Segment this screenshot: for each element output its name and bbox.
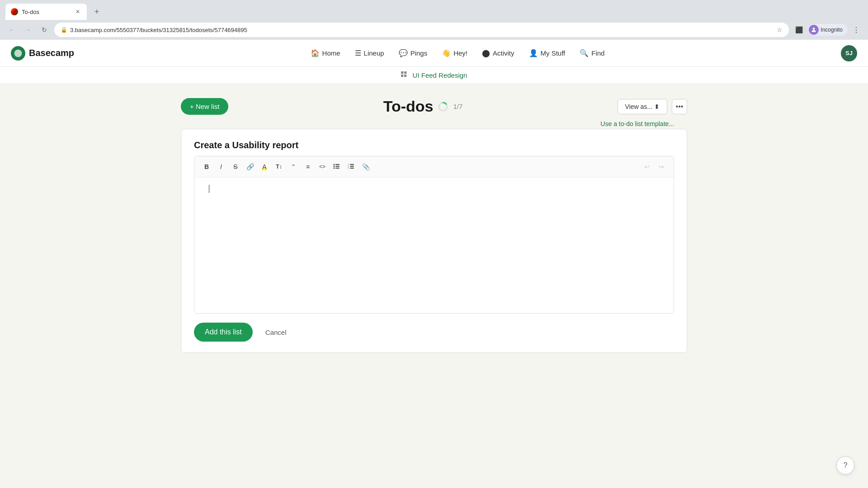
redo-button[interactable]: ↪ bbox=[655, 160, 668, 174]
highlight-icon: A bbox=[262, 163, 266, 170]
content-wrapper: + New list To-dos 1/7 View as... ⬍ bbox=[163, 84, 705, 366]
nav-activity[interactable]: ⬤ Activity bbox=[476, 45, 521, 61]
nav-pings[interactable]: 💬 Pings bbox=[392, 45, 434, 61]
user-avatar[interactable]: SJ bbox=[841, 45, 857, 61]
browser-chrome: To-dos ✕ + ← → ↻ 🔒 3.basecamp.com/555037… bbox=[0, 0, 868, 40]
undo-button[interactable]: ↩ bbox=[640, 160, 654, 174]
bold-button[interactable]: B bbox=[200, 160, 213, 174]
svg-point-10 bbox=[334, 165, 335, 167]
svg-rect-13 bbox=[335, 168, 340, 169]
numbered-list-icon: 1. 2. 3. bbox=[348, 163, 355, 171]
numbered-list-button[interactable]: 1. 2. 3. bbox=[344, 160, 358, 174]
undo-icon: ↩ bbox=[644, 163, 650, 170]
align-button[interactable]: ≡ bbox=[301, 160, 315, 174]
editor-body[interactable] bbox=[194, 178, 674, 313]
logo-text: Basecamp bbox=[29, 48, 74, 58]
nav-links: 🏠 Home ☰ Lineup 💬 Pings 👋 Hey! ⬤ Activit… bbox=[304, 45, 611, 61]
nav-lineup-label: Lineup bbox=[364, 49, 384, 57]
text-cursor bbox=[209, 185, 209, 193]
bullet-list-icon bbox=[333, 163, 340, 171]
project-name-link[interactable]: UI Feed Redesign bbox=[413, 71, 467, 79]
code-icon: <> bbox=[319, 164, 326, 170]
svg-rect-9 bbox=[335, 164, 340, 165]
svg-rect-19 bbox=[350, 168, 354, 169]
new-tab-button[interactable]: + bbox=[90, 5, 103, 18]
nav-mystuff[interactable]: 👤 My Stuff bbox=[523, 45, 572, 61]
view-as-chevron: ⬍ bbox=[654, 103, 660, 110]
profile-label: Incognito bbox=[821, 27, 843, 33]
view-as-button[interactable]: View as... ⬍ bbox=[618, 99, 667, 114]
tab-close-button[interactable]: ✕ bbox=[74, 8, 81, 15]
address-bar[interactable]: 🔒 3.basecamp.com/5550377/buckets/3132581… bbox=[54, 23, 789, 37]
forward-button[interactable]: → bbox=[22, 23, 34, 36]
strikethrough-button[interactable]: S bbox=[229, 160, 242, 174]
tab-title: To-dos bbox=[22, 9, 71, 15]
nav-pings-label: Pings bbox=[410, 49, 428, 57]
page-count: 1/7 bbox=[453, 103, 462, 110]
svg-text:3.: 3. bbox=[348, 167, 349, 169]
svg-rect-5 bbox=[404, 75, 406, 77]
nav-hey[interactable]: 👋 Hey! bbox=[435, 45, 474, 61]
browser-menu-button[interactable]: ⋮ bbox=[850, 23, 863, 36]
nav-activity-label: Activity bbox=[493, 49, 514, 57]
header-actions: View as... ⬍ ••• bbox=[618, 99, 687, 114]
highlight-button[interactable]: A bbox=[258, 160, 271, 174]
svg-rect-3 bbox=[404, 71, 406, 74]
bullet-list-button[interactable] bbox=[330, 160, 344, 174]
link-button[interactable]: 🔗 bbox=[243, 160, 257, 174]
progress-circle bbox=[438, 101, 448, 112]
more-options-button[interactable]: ••• bbox=[672, 99, 687, 114]
add-list-button[interactable]: Add this list bbox=[194, 323, 253, 342]
nav-find[interactable]: 🔍 Find bbox=[573, 45, 611, 61]
page-title: To-dos bbox=[383, 98, 434, 115]
editor-container: B I S 🔗 A bbox=[194, 156, 674, 314]
svg-rect-17 bbox=[350, 166, 354, 167]
extensions-button[interactable]: ⬛ bbox=[793, 23, 805, 36]
browser-tab-active: To-dos ✕ bbox=[5, 4, 87, 20]
nav-home[interactable]: 🏠 Home bbox=[304, 45, 347, 61]
top-nav: Basecamp 🏠 Home ☰ Lineup 💬 Pings 👋 Hey! … bbox=[0, 40, 868, 67]
heading-icon: T↕ bbox=[276, 164, 282, 170]
italic-icon: I bbox=[220, 163, 222, 170]
bookmark-icon[interactable]: ☆ bbox=[777, 26, 783, 33]
svg-point-8 bbox=[334, 164, 335, 165]
svg-point-12 bbox=[334, 167, 335, 169]
cancel-button[interactable]: Cancel bbox=[258, 323, 294, 342]
svg-rect-11 bbox=[335, 166, 340, 167]
mystuff-icon: 👤 bbox=[529, 49, 538, 57]
url-text: 3.basecamp.com/5550377/buckets/31325815/… bbox=[70, 27, 774, 33]
list-name-display: Create a Usability report bbox=[194, 140, 298, 150]
nav-lineup[interactable]: ☰ Lineup bbox=[349, 45, 391, 61]
profile-icon bbox=[809, 25, 819, 35]
svg-rect-2 bbox=[401, 71, 403, 74]
blockquote-button[interactable]: " bbox=[287, 160, 300, 174]
svg-rect-15 bbox=[350, 164, 354, 165]
help-button[interactable]: ? bbox=[836, 456, 854, 474]
new-list-button[interactable]: + New list bbox=[181, 98, 228, 115]
browser-toolbar: ← → ↻ 🔒 3.basecamp.com/5550377/buckets/3… bbox=[0, 20, 868, 40]
profile-button[interactable]: Incognito bbox=[808, 24, 847, 36]
nav-logo[interactable]: Basecamp bbox=[11, 46, 74, 61]
bold-icon: B bbox=[204, 163, 209, 170]
back-button[interactable]: ← bbox=[5, 23, 18, 36]
browser-action-buttons: ⬛ Incognito ⋮ bbox=[793, 23, 863, 36]
italic-button[interactable]: I bbox=[214, 160, 228, 174]
editor-toolbar: B I S 🔗 A bbox=[194, 156, 674, 178]
attachment-icon: 📎 bbox=[362, 163, 370, 170]
svg-rect-4 bbox=[401, 75, 403, 77]
svg-point-0 bbox=[813, 28, 815, 30]
page-header: + New list To-dos 1/7 View as... ⬍ bbox=[181, 98, 687, 115]
main-content: + New list To-dos 1/7 View as... ⬍ bbox=[0, 84, 868, 488]
reload-button[interactable]: ↻ bbox=[38, 23, 51, 36]
template-link[interactable]: Use a to-do list template... bbox=[600, 120, 674, 127]
nav-hey-label: Hey! bbox=[453, 49, 467, 57]
nav-find-label: Find bbox=[591, 49, 604, 57]
hey-icon: 👋 bbox=[442, 49, 451, 57]
attachment-button[interactable]: 📎 bbox=[359, 160, 373, 174]
heading-button[interactable]: T↕ bbox=[272, 160, 286, 174]
app-container: Basecamp 🏠 Home ☰ Lineup 💬 Pings 👋 Hey! … bbox=[0, 40, 868, 488]
project-bar: UI Feed Redesign bbox=[0, 67, 868, 84]
nav-mystuff-label: My Stuff bbox=[541, 49, 566, 57]
code-button[interactable]: <> bbox=[316, 160, 329, 174]
logo-icon bbox=[11, 46, 25, 61]
